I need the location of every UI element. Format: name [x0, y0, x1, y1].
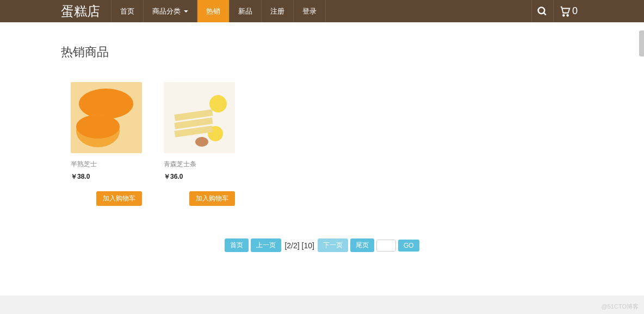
cart-button[interactable]: 0	[553, 0, 583, 22]
brand-logo[interactable]: 蛋糕店	[61, 0, 112, 22]
nav-hot[interactable]: 热销	[197, 0, 230, 22]
svg-point-14	[195, 137, 208, 147]
page-prev-button[interactable]: 上一页	[251, 238, 281, 252]
nav-menu: 首页 商品分类 热销 新品 注册 登录	[112, 0, 531, 22]
nav-categories[interactable]: 商品分类	[144, 0, 197, 22]
svg-point-3	[567, 14, 568, 16]
nav-right: 0	[531, 0, 583, 22]
page-go-button[interactable]: GO	[398, 240, 419, 252]
cart-icon	[559, 5, 571, 17]
nav-home[interactable]: 首页	[112, 0, 144, 22]
product-image[interactable]	[164, 82, 235, 153]
nav-login[interactable]: 登录	[294, 0, 326, 22]
svg-line-1	[544, 12, 546, 15]
product-name: 青森芝士条	[164, 160, 235, 169]
add-to-cart-button[interactable]: 加入购物车	[189, 191, 235, 206]
product-price: ￥36.0	[164, 172, 235, 181]
chevron-down-icon	[184, 10, 188, 12]
navbar-inner: 蛋糕店 首页 商品分类 热销 新品 注册 登录 0	[61, 0, 583, 22]
page-last-button[interactable]: 尾页	[350, 238, 374, 252]
svg-point-7	[76, 115, 120, 139]
product-price: ￥38.0	[71, 172, 142, 181]
page-next-button[interactable]: 下一页	[318, 238, 348, 252]
footer: vili www.vilicode.com © All rights Resev…	[0, 296, 644, 314]
product-name: 半熟芝士	[71, 160, 142, 169]
search-icon	[537, 6, 548, 17]
nav-register[interactable]: 注册	[262, 0, 294, 22]
cart-count: 0	[572, 5, 578, 17]
page-info: [2/2] [10]	[283, 241, 315, 250]
page-title: 热销商品	[61, 44, 583, 60]
main-container: 热销商品 半熟芝士 ￥38.0 加入购物车 青	[61, 22, 583, 268]
product-image[interactable]	[71, 82, 142, 153]
nav-categories-label: 商品分类	[152, 7, 181, 16]
add-to-cart-button[interactable]: 加入购物车	[96, 191, 142, 206]
svg-point-5	[79, 89, 133, 119]
pagination: 首页 上一页 [2/2] [10] 下一页 尾页 GO	[61, 238, 583, 252]
svg-point-2	[563, 14, 565, 16]
nav-new[interactable]: 新品	[230, 0, 262, 22]
watermark: @51CTO博客	[602, 303, 639, 311]
product-grid: 半熟芝士 ￥38.0 加入购物车 青森芝士条 ￥36.0 加入购物车	[61, 82, 583, 206]
page-number-input[interactable]	[376, 240, 396, 252]
product-card: 青森芝士条 ￥36.0 加入购物车	[164, 82, 235, 206]
product-card: 半熟芝士 ￥38.0 加入购物车	[71, 82, 142, 206]
side-tab[interactable]	[639, 30, 644, 56]
navbar: 蛋糕店 首页 商品分类 热销 新品 注册 登录 0	[0, 0, 644, 22]
svg-point-0	[538, 7, 545, 14]
page-first-button[interactable]: 首页	[225, 238, 249, 252]
search-button[interactable]	[531, 0, 553, 22]
